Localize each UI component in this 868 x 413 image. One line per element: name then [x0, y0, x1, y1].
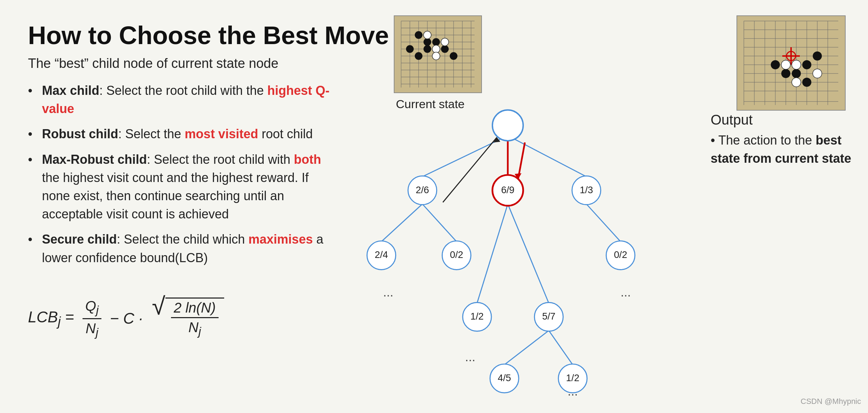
svg-point-29	[432, 45, 440, 53]
svg-text:1/2: 1/2	[566, 372, 579, 383]
svg-text:...: ...	[465, 350, 475, 364]
svg-point-63	[792, 78, 801, 87]
svg-text:...: ...	[620, 285, 631, 299]
svg-point-26	[441, 45, 449, 53]
board-right	[735, 14, 847, 112]
svg-point-59	[813, 51, 822, 61]
svg-point-31	[441, 38, 449, 46]
formula-minus: − C ·	[110, 310, 143, 327]
bullet-1-suffix: : Select the root child with the	[99, 83, 267, 98]
svg-point-25	[406, 45, 414, 53]
svg-text:1/2: 1/2	[470, 311, 484, 322]
svg-point-60	[802, 78, 811, 87]
formula-fraction-1: Qj Nj	[83, 298, 102, 339]
svg-line-68	[382, 204, 422, 241]
right-section: Current state Output • The action to the…	[350, 0, 868, 413]
bullet-2-prefix: Robust child	[42, 127, 118, 141]
svg-point-30	[432, 52, 440, 60]
output-bullet: • The action to the best state from curr…	[711, 131, 858, 168]
svg-point-61	[781, 60, 790, 69]
bullet-2-rest: root child	[258, 127, 313, 141]
bullet-2-suffix: : Select the	[118, 127, 185, 141]
svg-point-64	[813, 69, 822, 78]
left-content: The “best” child node of current state n…	[28, 56, 336, 274]
svg-point-24	[415, 52, 422, 60]
svg-line-71	[477, 204, 508, 303]
list-item: Robust child: Select the most visited ro…	[28, 125, 336, 143]
svg-point-55	[771, 60, 780, 69]
svg-point-22	[424, 45, 431, 53]
svg-text:1/3: 1/3	[580, 184, 593, 195]
list-item: Secure child: Select the child which max…	[28, 230, 336, 267]
svg-text:...: ...	[383, 285, 393, 299]
svg-text:2/6: 2/6	[416, 184, 429, 195]
bullet-3-suffix: : Select the root child with	[147, 152, 294, 167]
svg-point-27	[450, 52, 457, 60]
svg-line-69	[422, 204, 457, 241]
formula-sqrt: √ 2 ln(N) Nj	[152, 298, 224, 340]
svg-point-79	[492, 110, 523, 141]
svg-line-74	[549, 330, 572, 365]
formula-container: LCBj = Qj Nj − C · √ 2 ln(N) Nj	[28, 298, 224, 340]
svg-text:0/2: 0/2	[614, 249, 627, 260]
bullet-4-prefix: Secure child	[42, 232, 117, 246]
svg-line-72	[508, 204, 549, 303]
formula-section: LCBj = Qj Nj − C · √ 2 ln(N) Nj	[28, 290, 224, 340]
bullet-1-prefix: Max child	[42, 83, 99, 98]
bullet-list: Max child: Select the root child with th…	[28, 82, 336, 267]
board-left	[392, 14, 483, 94]
svg-point-58	[802, 60, 811, 69]
svg-text:2/4: 2/4	[375, 249, 388, 260]
output-label: Output	[711, 112, 858, 128]
bullet-4-highlight: maximises	[248, 232, 313, 246]
bullet-4-suffix: : Select the child which	[117, 232, 248, 246]
bullet-3-rest: the highest visit count and the highest …	[42, 170, 308, 221]
svg-point-20	[415, 31, 422, 39]
svg-text:4/5: 4/5	[498, 372, 511, 383]
svg-point-21	[424, 38, 431, 46]
bullet-2-highlight: most visited	[185, 127, 258, 141]
svg-point-62	[792, 60, 801, 69]
output-section: Output • The action to the best state fr…	[711, 112, 858, 168]
watermark: CSDN @Mhypnic	[801, 397, 861, 406]
svg-text:...: ...	[568, 384, 578, 396]
formula-fraction-2: 2 ln(N) Nj	[171, 300, 219, 338]
formula-lhs: LCBj =	[28, 308, 74, 329]
output-text: The action to the	[718, 133, 812, 147]
svg-point-28	[424, 31, 431, 39]
svg-text:0/2: 0/2	[450, 249, 463, 260]
svg-line-70	[586, 204, 621, 241]
svg-point-57	[792, 69, 801, 78]
svg-text:5/7: 5/7	[542, 311, 555, 322]
svg-line-73	[504, 330, 549, 365]
bullet-3-highlight: both	[294, 152, 321, 167]
slide: How to Choose the Best Move ? The “best”…	[0, 0, 868, 413]
svg-point-56	[781, 69, 790, 78]
tree-diagram: 2/6 6/9 1/3 2/4 0/2 0/2 1/2 5/7	[350, 98, 665, 396]
bullet-3-prefix: Max-Robust child	[42, 152, 147, 167]
list-item: Max-Robust child: Select the root child …	[28, 150, 336, 224]
svg-line-75	[443, 137, 497, 202]
list-item: Max child: Select the root child with th…	[28, 82, 336, 118]
intro-text: The “best” child node of current state n…	[28, 56, 336, 71]
svg-point-23	[432, 38, 440, 46]
svg-text:6/9: 6/9	[501, 184, 514, 195]
